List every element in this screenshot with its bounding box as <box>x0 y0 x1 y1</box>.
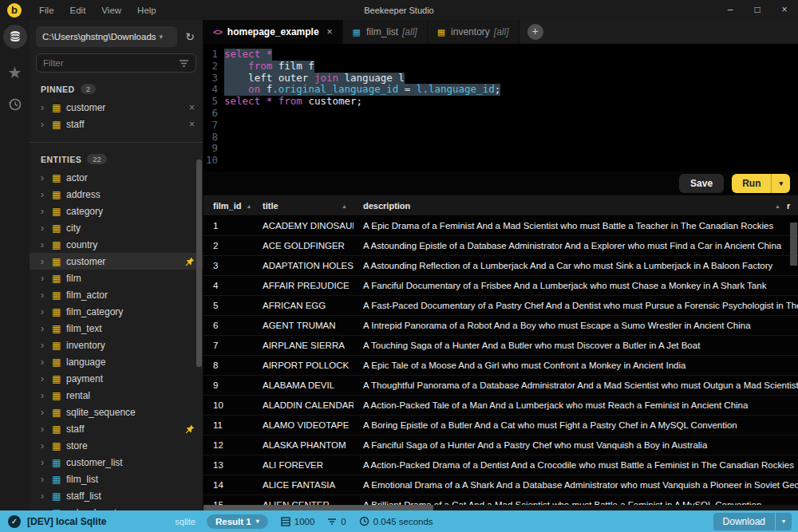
close-icon[interactable]: × <box>771 0 798 20</box>
chevron-right-icon: › <box>41 357 52 368</box>
pinned-item-staff[interactable]: ›▦staff× <box>30 116 203 132</box>
run-options-caret-icon[interactable]: ▾ <box>771 174 790 193</box>
menu-edit[interactable]: Edit <box>62 6 94 15</box>
pinned-list: ›▦customer×›▦staff× <box>30 99 203 132</box>
sidebar-scrollbar[interactable] <box>196 160 202 367</box>
table-row[interactable]: 7AIRPLANE SIERRAA Touching Saga of a Hun… <box>203 336 798 356</box>
entity-item-film_list[interactable]: ›▦film_list <box>30 471 203 487</box>
results-horizontal-scrollbar[interactable] <box>203 505 433 510</box>
entity-item-sqlite_sequence[interactable]: ›▦sqlite_sequence <box>30 404 203 420</box>
table-row[interactable]: 11ALAMO VIDEOTAPEA Boring Epistle of a B… <box>203 416 798 435</box>
table-row[interactable]: 12ALASKA PHANTOMA Fanciful Saga of a Hun… <box>203 435 798 455</box>
column-header-partial[interactable]: r <box>787 201 798 211</box>
entities-label: ENTITIES <box>41 155 81 164</box>
tab-inventory[interactable]: ▦inventory[all] <box>428 20 519 44</box>
filter-input[interactable] <box>43 58 179 68</box>
table-icon: ▦ <box>52 273 66 284</box>
table-row[interactable]: 13ALI FOREVERA Action-Packed Drama of a … <box>203 455 798 475</box>
tab-homepage_example[interactable]: <>homepage_example× <box>203 20 343 44</box>
refresh-icon[interactable]: ↻ <box>185 30 195 43</box>
chevron-right-icon: › <box>41 102 52 113</box>
run-button[interactable]: Run ▾ <box>732 174 790 193</box>
unpin-close-icon[interactable]: × <box>189 119 195 130</box>
entity-item-customer_list[interactable]: ›▦customer_list <box>30 454 203 471</box>
entity-item-staff_list[interactable]: ›▦staff_list <box>30 487 203 504</box>
view-icon: ▦ <box>52 491 66 502</box>
table-row[interactable]: 10ALADDIN CALENDARA Action-Packed Tale o… <box>203 396 798 416</box>
history-icon[interactable] <box>7 97 22 115</box>
line-number: 1 <box>203 49 224 61</box>
sort-asc-icon: ▲ <box>246 203 251 209</box>
minimize-icon[interactable]: – <box>717 0 744 20</box>
entity-item-category[interactable]: ›▦category <box>30 203 203 219</box>
table-row[interactable]: 5AFRICAN EGGA Fast-Paced Documentary of … <box>203 296 798 316</box>
table-icon: ▦ <box>52 357 66 368</box>
pin-icon <box>185 424 195 434</box>
database-icon[interactable] <box>3 25 27 49</box>
menu-help[interactable]: Help <box>129 6 164 15</box>
entity-item-film_actor[interactable]: ›▦film_actor <box>30 286 203 303</box>
sort-asc-icon: ▲ <box>342 203 347 209</box>
column-label: description <box>363 201 410 211</box>
window-controls: – □ × <box>717 0 798 20</box>
entity-item-rental[interactable]: ›▦rental <box>30 387 203 404</box>
entity-item-film[interactable]: ›▦film <box>30 270 203 286</box>
entity-item-staff[interactable]: ›▦staff <box>30 420 203 437</box>
cell-description: A Fast-Paced Documentary of a Pastry Che… <box>354 301 798 310</box>
main-area: <>homepage_example×▦film_list[all]▦inven… <box>203 20 798 510</box>
pinned-item-customer[interactable]: ›▦customer× <box>30 99 203 116</box>
cell-title: AGENT TRUMAN <box>253 321 354 330</box>
entity-item-payment[interactable]: ›▦payment <box>30 370 203 387</box>
column-header-title[interactable]: title ▲ <box>253 201 354 211</box>
save-button[interactable]: Save <box>679 174 724 193</box>
run-button-label[interactable]: Run <box>732 174 771 193</box>
entity-item-film_text[interactable]: ›▦film_text <box>30 320 203 337</box>
maximize-icon[interactable]: □ <box>744 0 771 20</box>
chevron-right-icon: › <box>41 256 52 267</box>
table-row[interactable]: 14ALICE FANTASIAA Emotional Drama of a A… <box>203 475 798 495</box>
column-header-film-id[interactable]: film_id ▲ <box>203 201 253 211</box>
connection-status[interactable]: ✓ [DEV] local Sqlite sqlite <box>0 515 203 528</box>
table-row[interactable]: 8AIRPORT POLLOCKA Epic Tale of a Moose A… <box>203 356 798 376</box>
table-row[interactable]: 9ALABAMA DEVILA Thoughtful Panorama of a… <box>203 376 798 396</box>
entity-label: rental <box>66 390 90 401</box>
connection-selector[interactable]: C:\Users\ghstng\Downloads ▾ <box>36 26 177 47</box>
entity-item-country[interactable]: ›▦country <box>30 236 203 253</box>
results-vertical-scrollbar[interactable] <box>790 223 797 266</box>
table-row[interactable]: 4AFFAIR PREJUDICEA Fanciful Documentary … <box>203 276 798 296</box>
close-tab-icon[interactable]: × <box>327 26 333 37</box>
table-row[interactable]: 6AGENT TRUMANA Intrepid Panorama of a Ro… <box>203 316 798 336</box>
editor-line: 4 on f.original_language_id = l.language… <box>203 84 798 96</box>
download-caret-icon[interactable]: ▾ <box>775 513 792 530</box>
entity-item-customer[interactable]: ›▦customer <box>30 253 203 270</box>
favorites-star-icon[interactable]: ★ <box>8 63 22 82</box>
chevron-right-icon: › <box>41 223 52 234</box>
entity-item-inventory[interactable]: ›▦inventory <box>30 337 203 353</box>
table-row[interactable]: 2ACE GOLDFINGERA Astounding Epistle of a… <box>203 236 798 256</box>
new-tab-button[interactable]: + <box>527 24 543 40</box>
entity-item-store[interactable]: ›▦store <box>30 437 203 454</box>
entity-item-sales_by_store[interactable]: ›▦sales_by_store <box>30 504 203 510</box>
entity-item-film_category[interactable]: ›▦film_category <box>30 303 203 320</box>
chevron-right-icon: › <box>41 172 52 183</box>
column-header-description[interactable]: description ▲ <box>354 201 787 211</box>
entity-item-address[interactable]: ›▦address <box>30 186 203 203</box>
table-icon: ▦ <box>52 239 66 250</box>
table-row[interactable]: 1ACADEMY DINOSAURA Epic Drama of a Femin… <box>203 216 798 236</box>
table-icon: ▦ <box>52 424 66 435</box>
menu-view[interactable]: View <box>93 6 129 15</box>
entity-item-language[interactable]: ›▦language <box>30 353 203 370</box>
download-button[interactable]: Download ▾ <box>713 513 792 530</box>
tab-film_list[interactable]: ▦film_list[all] <box>343 20 428 44</box>
editor-line-text: select * from customer; <box>224 96 362 108</box>
menu-file[interactable]: File <box>31 6 62 15</box>
download-label[interactable]: Download <box>713 513 775 530</box>
cell-film-id: 13 <box>203 460 253 470</box>
result-selector[interactable]: Result 1 ▾ <box>207 514 268 529</box>
sql-editor[interactable]: 1select *2 from film f3 left outer join … <box>203 44 798 171</box>
entity-item-actor[interactable]: ›▦actor <box>30 169 203 186</box>
entity-item-city[interactable]: ›▦city <box>30 219 203 236</box>
elapsed-time: 0.045 seconds <box>359 516 433 526</box>
table-row[interactable]: 3ADAPTATION HOLESA Astounding Reflection… <box>203 256 798 276</box>
unpin-close-icon[interactable]: × <box>189 102 195 113</box>
